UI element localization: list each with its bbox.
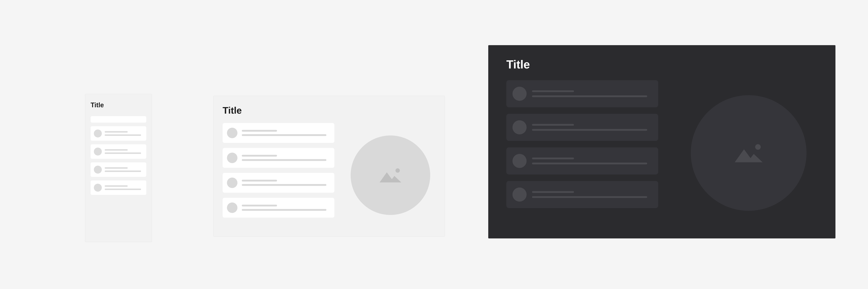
- skeleton-line: [105, 171, 141, 172]
- text-lines: [532, 157, 652, 165]
- text-lines: [105, 167, 143, 172]
- text-lines: [242, 155, 330, 161]
- skeleton-line: [532, 129, 647, 131]
- skeleton-line: [532, 157, 574, 159]
- card-large-list: [506, 80, 658, 226]
- list-item[interactable]: [91, 126, 146, 141]
- skeleton-line: [532, 162, 647, 165]
- text-lines: [532, 191, 652, 198]
- image-icon: [378, 166, 403, 184]
- text-lines: [532, 124, 652, 131]
- image-placeholder-container: [676, 80, 821, 226]
- list-item[interactable]: [223, 198, 334, 218]
- card-medium-title: Title: [223, 105, 436, 116]
- avatar-placeholder: [94, 166, 102, 174]
- skeleton-line: [242, 134, 327, 136]
- list-item[interactable]: [91, 162, 146, 177]
- text-lines: [532, 90, 652, 97]
- text-lines: [105, 131, 143, 136]
- skeleton-line: [532, 95, 647, 97]
- avatar-placeholder: [94, 130, 102, 138]
- skeleton-line: [105, 185, 128, 187]
- image-placeholder-container: [345, 123, 436, 227]
- avatar-placeholder: [94, 184, 102, 192]
- skeleton-line: [105, 149, 128, 151]
- card-medium: Title: [213, 96, 445, 237]
- image-icon: [733, 141, 765, 165]
- skeleton-line: [105, 152, 141, 154]
- skeleton-line: [532, 191, 574, 193]
- skeleton-line: [242, 205, 277, 207]
- skeleton-line: [532, 124, 574, 126]
- list-item[interactable]: [506, 147, 658, 175]
- svg-point-1: [755, 144, 761, 150]
- card-small-title: Title: [91, 101, 146, 109]
- skeleton-line: [532, 90, 574, 92]
- card-small: Title: [85, 94, 152, 242]
- image-placeholder-circle: [351, 136, 430, 215]
- card-large-title: Title: [506, 58, 821, 71]
- skeleton-line: [105, 167, 128, 169]
- card-small-list: [91, 116, 146, 195]
- skeleton-line: [105, 188, 141, 190]
- text-lines: [105, 149, 143, 154]
- avatar-placeholder: [513, 154, 527, 168]
- avatar-placeholder: [513, 87, 527, 101]
- card-medium-list: [223, 123, 334, 227]
- list-item[interactable]: [506, 80, 658, 107]
- list-item[interactable]: [223, 148, 334, 168]
- list-header-row: [91, 116, 146, 123]
- skeleton-line: [105, 131, 128, 133]
- skeleton-line: [242, 159, 327, 161]
- text-lines: [105, 185, 143, 190]
- avatar-placeholder: [227, 203, 238, 213]
- skeleton-line: [242, 209, 327, 211]
- avatar-placeholder: [227, 153, 238, 163]
- list-item[interactable]: [506, 181, 658, 208]
- skeleton-line: [242, 155, 277, 156]
- avatar-placeholder: [94, 148, 102, 155]
- image-placeholder-circle: [691, 95, 807, 211]
- text-lines: [242, 180, 330, 186]
- list-item[interactable]: [223, 173, 334, 193]
- skeleton-line: [105, 134, 141, 136]
- text-lines: [242, 205, 330, 211]
- list-item[interactable]: [223, 123, 334, 143]
- skeleton-line: [242, 184, 327, 186]
- card-medium-body: [223, 123, 436, 227]
- avatar-placeholder: [513, 120, 527, 134]
- skeleton-line: [242, 130, 277, 132]
- svg-point-0: [396, 168, 400, 173]
- list-item[interactable]: [91, 144, 146, 159]
- card-large: Title: [488, 45, 835, 239]
- skeleton-line: [242, 180, 277, 182]
- text-lines: [242, 130, 330, 136]
- list-item[interactable]: [91, 180, 146, 195]
- list-item[interactable]: [506, 114, 658, 141]
- avatar-placeholder: [227, 178, 238, 188]
- avatar-placeholder: [513, 187, 527, 202]
- skeleton-line: [532, 196, 647, 198]
- avatar-placeholder: [227, 128, 238, 138]
- card-large-body: [506, 80, 821, 226]
